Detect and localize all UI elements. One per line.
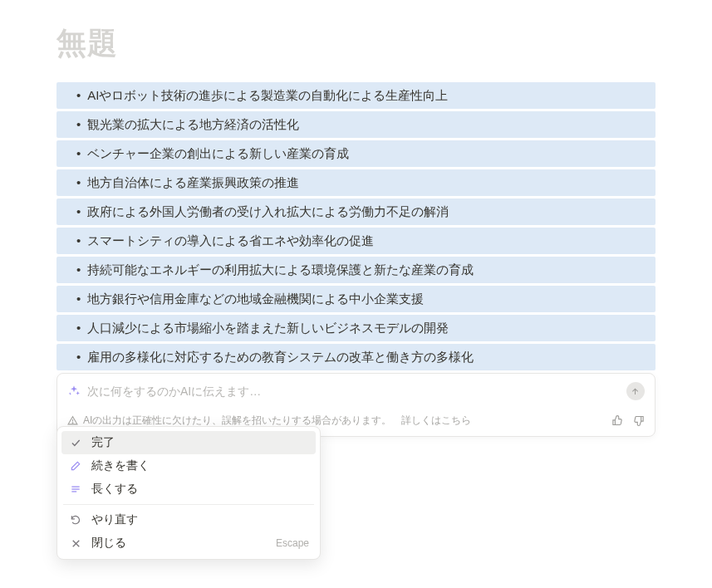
menu-item-label: 続きを書く bbox=[91, 458, 150, 473]
menu-item-label: 完了 bbox=[91, 435, 115, 450]
ai-action-menu: 完了 続きを書く 長くする やり直す 閉じる Escape bbox=[56, 426, 321, 560]
warning-icon bbox=[67, 415, 78, 426]
bullet-list: • AIやロボット技術の進歩による製造業の自動化による生産性向上 • 観光業の拡… bbox=[56, 82, 656, 370]
menu-item-retry[interactable]: やり直す bbox=[61, 508, 316, 532]
thumbs-up-button[interactable] bbox=[611, 414, 624, 427]
menu-item-close[interactable]: 閉じる Escape bbox=[61, 532, 316, 555]
thumbs-down-button[interactable] bbox=[632, 414, 645, 427]
list-item[interactable]: • スマートシティの導入による省エネや効率化の促進 bbox=[56, 228, 656, 254]
list-item[interactable]: • ベンチャー企業の創出による新しい産業の育成 bbox=[56, 140, 656, 167]
list-item[interactable]: • 地方自治体による産業振興政策の推進 bbox=[56, 169, 656, 196]
bullet-icon: • bbox=[76, 86, 81, 105]
sparkle-icon bbox=[67, 385, 81, 398]
bullet-text: AIやロボット技術の進歩による製造業の自動化による生産性向上 bbox=[87, 86, 448, 105]
bullet-text: 地方自治体による産業振興政策の推進 bbox=[87, 173, 299, 193]
list-item[interactable]: • AIやロボット技術の進歩による製造業の自動化による生産性向上 bbox=[56, 82, 656, 109]
svg-point-1 bbox=[72, 423, 73, 424]
menu-item-done[interactable]: 完了 bbox=[61, 431, 316, 454]
list-item[interactable]: • 地方銀行や信用金庫などの地域金融機関による中小企業支援 bbox=[56, 286, 656, 312]
menu-item-label: 長くする bbox=[91, 482, 138, 497]
bullet-icon: • bbox=[76, 202, 81, 222]
bullet-icon: • bbox=[76, 173, 81, 193]
bullet-text: ベンチャー企業の創出による新しい産業の育成 bbox=[87, 144, 349, 164]
bullet-text: スマートシティの導入による省エネや効率化の促進 bbox=[87, 231, 374, 251]
bullet-icon: • bbox=[76, 318, 81, 338]
list-item[interactable]: • 政府による外国人労働者の受け入れ拡大による労働力不足の解消 bbox=[56, 198, 656, 225]
menu-item-label: 閉じる bbox=[91, 536, 126, 551]
pencil-icon bbox=[68, 460, 83, 472]
send-button[interactable] bbox=[626, 382, 645, 400]
menu-separator bbox=[63, 504, 314, 505]
bullet-text: 持続可能なエネルギーの利用拡大による環境保護と新たな産業の育成 bbox=[87, 260, 474, 280]
lines-icon bbox=[68, 483, 83, 495]
close-icon bbox=[68, 538, 83, 549]
ai-input[interactable] bbox=[87, 385, 626, 398]
bullet-text: 観光業の拡大による地方経済の活性化 bbox=[87, 115, 299, 135]
bullet-text: 地方銀行や信用金庫などの地域金融機関による中小企業支援 bbox=[87, 289, 424, 309]
retry-icon bbox=[68, 514, 83, 526]
bullet-icon: • bbox=[76, 347, 81, 367]
bullet-icon: • bbox=[76, 260, 81, 280]
check-icon bbox=[68, 437, 83, 448]
bullet-icon: • bbox=[76, 289, 81, 309]
menu-item-label: やり直す bbox=[91, 512, 138, 527]
bullet-text: 人口減少による市場縮小を踏まえた新しいビジネスモデルの開発 bbox=[87, 318, 449, 338]
menu-shortcut: Escape bbox=[276, 537, 309, 549]
list-item[interactable]: • 雇用の多様化に対応するための教育システムの改革と働き方の多様化 bbox=[56, 344, 656, 370]
ai-input-row bbox=[57, 374, 655, 407]
bullet-icon: • bbox=[76, 144, 81, 164]
menu-item-longer[interactable]: 長くする bbox=[61, 478, 316, 501]
bullet-text: 雇用の多様化に対応するための教育システムの改革と働き方の多様化 bbox=[87, 347, 474, 367]
menu-item-continue[interactable]: 続きを書く bbox=[61, 454, 316, 478]
list-item[interactable]: • 持続可能なエネルギーの利用拡大による環境保護と新たな産業の育成 bbox=[56, 257, 656, 283]
page-title[interactable]: 無題 bbox=[56, 23, 656, 64]
bullet-icon: • bbox=[76, 115, 81, 135]
list-item[interactable]: • 人口減少による市場縮小を踏まえた新しいビジネスモデルの開発 bbox=[56, 315, 656, 341]
ai-learn-more-link[interactable]: 詳しくはこちら bbox=[401, 414, 471, 428]
ai-feedback bbox=[611, 414, 645, 427]
bullet-icon: • bbox=[76, 231, 81, 251]
bullet-text: 政府による外国人労働者の受け入れ拡大による労働力不足の解消 bbox=[87, 202, 449, 222]
list-item[interactable]: • 観光業の拡大による地方経済の活性化 bbox=[56, 111, 656, 138]
